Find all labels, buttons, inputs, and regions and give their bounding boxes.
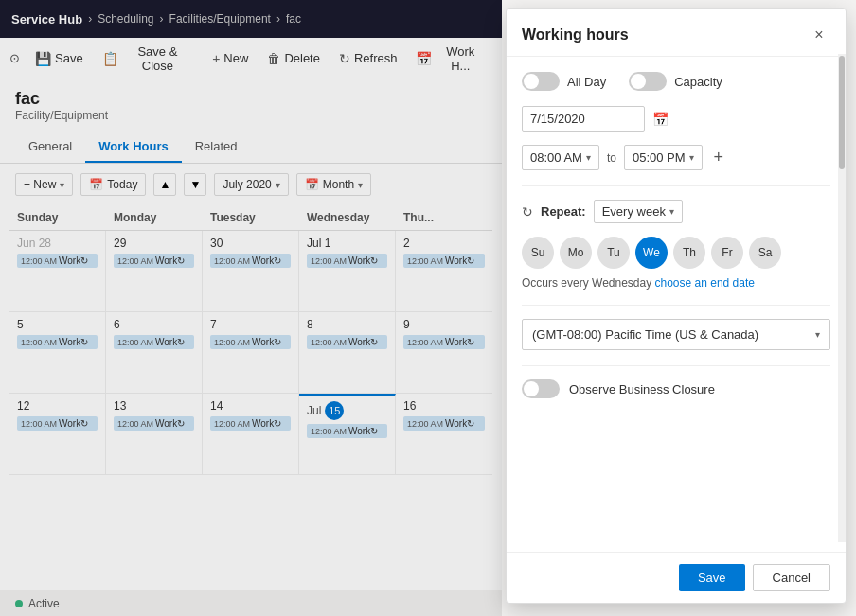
scroll-thumb[interactable] bbox=[839, 56, 845, 169]
cal-event[interactable]: 12:00 AM Work↻ bbox=[210, 335, 291, 349]
calendar-icon: 📅 bbox=[416, 51, 432, 66]
calendar-toolbar: + New ▾ 📅 Today ▲ ▼ July 2020 ▾ 📅 Month … bbox=[0, 164, 502, 205]
cal-event[interactable]: 12:00 AM Work↻ bbox=[210, 254, 291, 268]
cal-event[interactable]: 12:00 AM Work↻ bbox=[307, 335, 387, 349]
panel-save-button[interactable]: Save bbox=[679, 564, 745, 591]
cal-cell-12[interactable]: 12 12:00 AM Work↻ bbox=[9, 394, 106, 474]
cal-cell-jul1[interactable]: Jul 1 12:00 AM Work↻ bbox=[299, 231, 396, 311]
cal-cell-6[interactable]: 6 12:00 AM Work↻ bbox=[106, 312, 203, 393]
capacity-toggle[interactable] bbox=[629, 72, 667, 91]
repeat-row: ↻ Repeat: Every week ▾ bbox=[522, 200, 830, 223]
choose-end-date-link[interactable]: choose an end date bbox=[655, 276, 755, 290]
calendar-row-2: 5 12:00 AM Work↻ 6 12:00 AM Work↻ 7 12:0… bbox=[9, 312, 492, 394]
work-h-button[interactable]: 📅 Work H... bbox=[408, 41, 492, 77]
day-num: 7 bbox=[210, 318, 291, 331]
page-title: fac bbox=[15, 89, 487, 109]
cal-cell-5[interactable]: 5 12:00 AM Work↻ bbox=[9, 312, 106, 393]
day-num: 13 bbox=[114, 399, 194, 413]
repeat-select[interactable]: Every week ▾ bbox=[594, 200, 683, 223]
nav-crumb: › bbox=[88, 12, 92, 26]
cal-event[interactable]: 12:00 AM Work↻ bbox=[307, 254, 387, 268]
refresh-button[interactable]: ↻ Refresh bbox=[331, 47, 405, 70]
cal-cell-8[interactable]: 8 12:00 AM Work↻ bbox=[299, 312, 396, 393]
day-num: 9 bbox=[403, 318, 485, 331]
cal-prev-button[interactable]: ▲ bbox=[153, 173, 176, 196]
day-num: Jul 1 bbox=[307, 237, 387, 250]
cal-cell-jun28[interactable]: Jun 28 12:00 AM Work↻ bbox=[9, 231, 106, 311]
dropdown-icon: ▾ bbox=[60, 180, 64, 190]
cal-event[interactable]: 12:00 AM Work↻ bbox=[403, 335, 485, 349]
day-mo[interactable]: Mo bbox=[560, 237, 592, 269]
tab-work-hours[interactable]: Work Hours bbox=[85, 132, 181, 163]
cal-next-button[interactable]: ▼ bbox=[184, 173, 206, 196]
cal-event[interactable]: 12:00 AM Work↻ bbox=[114, 254, 194, 268]
cal-event[interactable]: 12:00 AM Work↻ bbox=[307, 424, 387, 438]
col-sunday: Sunday bbox=[9, 205, 106, 230]
cal-new-button[interactable]: + New ▾ bbox=[15, 173, 73, 196]
tab-related[interactable]: Related bbox=[182, 132, 251, 163]
tab-general[interactable]: General bbox=[15, 132, 85, 163]
divider bbox=[522, 185, 830, 186]
save-close-button[interactable]: 📋 Save & Close bbox=[95, 41, 202, 77]
cal-cell-29[interactable]: 29 12:00 AM Work↻ bbox=[106, 231, 203, 311]
panel-cancel-button[interactable]: Cancel bbox=[753, 564, 830, 591]
delete-button[interactable]: 🗑 Delete bbox=[259, 47, 328, 70]
day-num: 5 bbox=[17, 318, 98, 331]
panel-header: Working hours × bbox=[507, 9, 846, 57]
cal-cell-16[interactable]: 16 12:00 AM Work↻ bbox=[396, 394, 492, 474]
all-day-toggle[interactable] bbox=[522, 72, 560, 91]
save-button[interactable]: 💾 Save bbox=[27, 47, 91, 70]
cal-event[interactable]: 12:00 AM Work↻ bbox=[114, 335, 194, 349]
cal-cell-14[interactable]: 14 12:00 AM Work↻ bbox=[203, 394, 299, 474]
nav-crumb-scheduling[interactable]: Scheduling bbox=[98, 12, 153, 26]
occurs-text: Occurs every Wednesday choose an end dat… bbox=[522, 276, 830, 290]
day-sa[interactable]: Sa bbox=[749, 237, 781, 269]
panel-close-button[interactable]: × bbox=[808, 24, 830, 46]
all-day-label: All Day bbox=[567, 75, 606, 89]
add-time-button[interactable]: + bbox=[714, 148, 724, 167]
day-selector: Su Mo Tu We Th Fr Sa bbox=[522, 237, 830, 269]
cal-event[interactable]: 12:00 AM Work↻ bbox=[17, 335, 98, 349]
nav-crumb-facilities[interactable]: Facilities/Equipment bbox=[169, 12, 271, 26]
cal-cell-2[interactable]: 2 12:00 AM Work↻ bbox=[396, 231, 492, 311]
cal-cell-13[interactable]: 13 12:00 AM Work↻ bbox=[106, 394, 203, 474]
delete-icon: 🗑 bbox=[267, 51, 280, 66]
day-fr[interactable]: Fr bbox=[711, 237, 743, 269]
col-thursday: Thu... bbox=[396, 205, 492, 230]
cal-event[interactable]: 12:00 AM Work↻ bbox=[114, 416, 194, 431]
cal-cell-30[interactable]: 30 12:00 AM Work↻ bbox=[203, 231, 299, 311]
nav-sep-2: › bbox=[276, 12, 280, 26]
day-we[interactable]: We bbox=[635, 237, 668, 269]
timezone-row[interactable]: (GMT-08:00) Pacific Time (US & Canada) ▾ bbox=[522, 319, 830, 350]
to-label: to bbox=[607, 151, 616, 165]
cal-today-button[interactable]: 📅 Today bbox=[80, 173, 146, 196]
time-row: 08:00 AM ▾ to 05:00 PM ▾ + bbox=[522, 145, 830, 170]
cal-event[interactable]: 12:00 AM Work↻ bbox=[403, 254, 485, 268]
save-icon: 💾 bbox=[35, 51, 51, 66]
cal-date-range[interactable]: July 2020 ▾ bbox=[214, 173, 288, 196]
new-button[interactable]: + New bbox=[205, 47, 256, 70]
calendar-picker-icon[interactable]: 📅 bbox=[652, 112, 669, 127]
col-monday: Monday bbox=[106, 205, 203, 230]
cal-event[interactable]: 12:00 AM Work↻ bbox=[210, 416, 291, 431]
cal-event[interactable]: 12:00 AM Work↻ bbox=[403, 416, 485, 431]
start-time-select[interactable]: 08:00 AM ▾ bbox=[522, 145, 599, 170]
end-time-select[interactable]: 05:00 PM ▾ bbox=[624, 145, 703, 170]
scroll-track[interactable] bbox=[838, 54, 846, 542]
date-input[interactable] bbox=[522, 106, 645, 132]
date-row: 📅 bbox=[522, 106, 830, 132]
day-tu[interactable]: Tu bbox=[597, 237, 630, 269]
day-su[interactable]: Su bbox=[522, 237, 554, 269]
cal-cell-9[interactable]: 9 12:00 AM Work↻ bbox=[396, 312, 492, 393]
day-th[interactable]: Th bbox=[673, 237, 705, 269]
cal-cell-15[interactable]: Jul 15 12:00 AM Work↻ bbox=[299, 394, 396, 474]
observe-closure-toggle[interactable] bbox=[522, 379, 560, 398]
nav-crumb-fac[interactable]: fac bbox=[286, 12, 301, 26]
cal-month-button[interactable]: 📅 Month ▾ bbox=[296, 173, 371, 196]
cal-cell-7[interactable]: 7 12:00 AM Work↻ bbox=[203, 312, 299, 393]
day-num: 6 bbox=[114, 318, 194, 331]
cal-event[interactable]: 12:00 AM Work↻ bbox=[17, 254, 98, 268]
page-header: fac Facility/Equipment bbox=[0, 79, 502, 126]
col-wednesday: Wednesday bbox=[299, 205, 396, 230]
cal-event[interactable]: 12:00 AM Work↻ bbox=[17, 416, 98, 431]
